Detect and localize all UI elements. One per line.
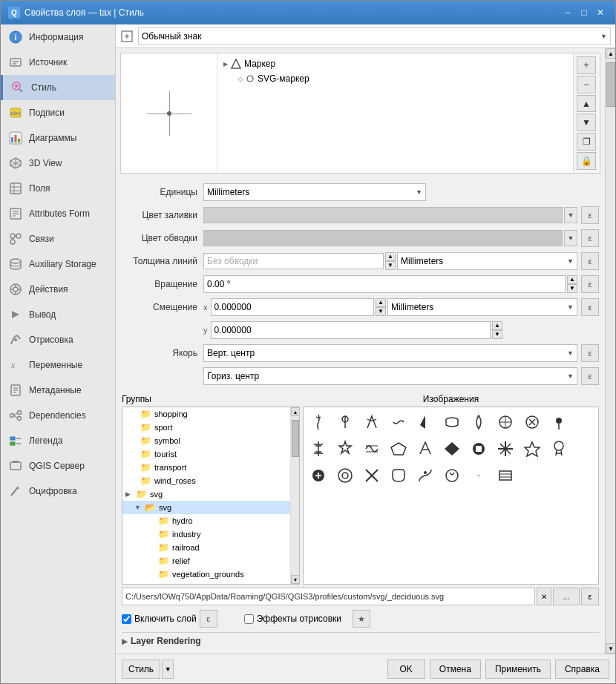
group-tourist[interactable]: 📁 tourist [122,447,290,461]
offset-y-down[interactable]: ▼ [492,330,502,339]
file-path-browse-button[interactable]: ... [553,588,580,605]
move-up-button[interactable]: ▲ [577,95,596,113]
remove-layer-button[interactable]: − [577,76,596,93]
group-svg-child[interactable]: ▼ 📂 svg [122,501,290,514]
sidebar-item-variables[interactable]: x Переменные [1,352,115,378]
tree-item-svg-marker[interactable]: ◇ SVG-маркер [220,71,570,86]
style-button[interactable]: Стиль [122,660,160,679]
scroll-down-button[interactable]: ▼ [606,643,615,654]
rotation-up[interactable]: ▲ [567,275,577,284]
sidebar-item-rendering[interactable]: Отрисовка [1,327,115,352]
img-11[interactable] [305,435,332,462]
img-24[interactable] [385,462,412,489]
img-21[interactable] [305,462,332,489]
maximize-button[interactable]: □ [577,5,592,20]
group-svg-parent[interactable]: ▶ 📁 svg [122,487,290,501]
group-industry[interactable]: 📁 industry [122,527,290,541]
effects-star-button[interactable]: ★ [353,610,370,628]
offset-y-input[interactable] [211,321,491,339]
img-7[interactable] [465,409,492,435]
stroke-width-expr-button[interactable]: ε [581,252,599,270]
file-path-input[interactable]: C:/Users/IOWq750/AppData/Roaming/QGIS/QG… [122,588,535,605]
offset-y-up[interactable]: ▲ [492,321,502,330]
img-13[interactable] [358,435,385,462]
offset-x-down[interactable]: ▼ [376,307,386,316]
sidebar-item-3dview[interactable]: 3D View [1,151,115,176]
scroll-thumb[interactable] [606,62,615,107]
enable-layer-label[interactable]: Включить слой [122,614,197,624]
sidebar-item-auxstorage[interactable]: Auxiliary Storage [1,251,115,277]
img-4[interactable] [385,409,412,435]
groups-scroll-down[interactable]: ▼ [291,575,300,584]
img-14[interactable] [385,435,412,462]
group-railroad[interactable]: 📁 railroad [122,541,290,554]
img-18[interactable] [492,435,519,462]
enable-layer-checkbox[interactable] [122,614,131,624]
img-26[interactable] [439,462,465,489]
enable-layer-expr-button[interactable]: ε [200,610,217,628]
img-17[interactable] [465,435,492,462]
scroll-up-button[interactable]: ▲ [606,48,615,59]
close-button[interactable]: ✕ [593,5,608,20]
offset-x-input[interactable] [211,298,375,316]
fill-color-expr-button[interactable]: ε [581,206,599,224]
group-shopping[interactable]: 📁 shopping [122,407,290,421]
rotation-down[interactable]: ▼ [567,284,577,293]
stroke-width-down[interactable]: ▼ [385,261,396,270]
anchor-v-select[interactable]: Верт. центр ▼ [203,344,577,362]
group-vegetation[interactable]: 📁 vegetation_grounds [122,568,290,581]
anchor-v-expr-button[interactable]: ε [581,344,599,362]
stroke-width-up[interactable]: ▲ [385,252,396,261]
stroke-width-input[interactable]: Без обводки [203,253,384,269]
sidebar-item-source[interactable]: Источник [1,50,115,75]
img-6[interactable] [439,409,465,435]
move-down-button[interactable]: ▼ [577,114,596,131]
help-button[interactable]: Справка [555,660,609,679]
sidebar-item-qgisserver[interactable]: QGIS Сервер [1,453,115,479]
effects-label[interactable]: Эффекты отрисовки [244,614,341,624]
group-relief[interactable]: 📁 relief [122,554,290,568]
anchor-h-expr-button[interactable]: ε [581,367,599,385]
fill-color-preview[interactable] [203,207,563,223]
img-1[interactable] [305,409,332,435]
img-8[interactable] [492,409,519,435]
style-dropdown-button[interactable]: ▼ [162,660,174,679]
ok-button[interactable]: OK [387,660,425,679]
group-hydro[interactable]: 📁 hydro [122,514,290,527]
offset-units-select[interactable]: Millimeters ▼ [387,298,577,316]
sidebar-item-metadata[interactable]: Метаданные [1,378,115,403]
offset-x-up[interactable]: ▲ [376,298,386,307]
file-path-expr-button[interactable]: ε [581,588,599,605]
add-layer-button[interactable]: + [577,56,596,74]
img-20[interactable] [545,435,572,462]
sidebar-item-actions[interactable]: Действия [1,277,115,302]
img-28[interactable] [492,462,519,489]
img-3[interactable] [358,409,385,435]
img-5[interactable] [412,409,439,435]
img-16[interactable] [439,435,465,462]
apply-button[interactable]: Применить [485,660,551,679]
groups-scroll-thumb[interactable] [292,420,299,457]
group-wind-roses[interactable]: 📁 wind_roses [122,474,290,487]
anchor-h-select[interactable]: Гориз. центр ▼ [203,367,577,385]
sidebar-item-diagrams[interactable]: Диаграммы [1,125,115,151]
layer-rendering-header[interactable]: ▶ Layer Rendering [122,632,599,649]
img-15[interactable] [412,435,439,462]
file-path-clear-button[interactable]: ✕ [537,588,551,605]
offset-expr-button[interactable]: ε [581,298,599,316]
sidebar-item-output[interactable]: Вывод [1,302,115,327]
stroke-color-preview[interactable] [203,230,563,246]
sidebar-item-deps[interactable]: Dependencies [1,403,115,428]
sidebar-item-labels[interactable]: abc Подписи [1,100,115,125]
img-27[interactable]: · [465,462,492,489]
units-select[interactable]: Millimeters ▼ [203,183,426,201]
stroke-color-expr-button[interactable]: ε [581,229,599,247]
lock-layer-button[interactable]: 🔒 [577,152,596,170]
sidebar-item-joins[interactable]: Связи [1,226,115,251]
symbol-type-dropdown[interactable]: Обычный знак ▼ [138,27,611,45]
groups-scroll-up[interactable]: ▲ [291,407,300,416]
img-25[interactable] [412,462,439,489]
sidebar-item-legend[interactable]: Легенда [1,428,115,453]
rotation-expr-button[interactable]: ε [581,275,599,293]
img-12[interactable] [332,435,358,462]
